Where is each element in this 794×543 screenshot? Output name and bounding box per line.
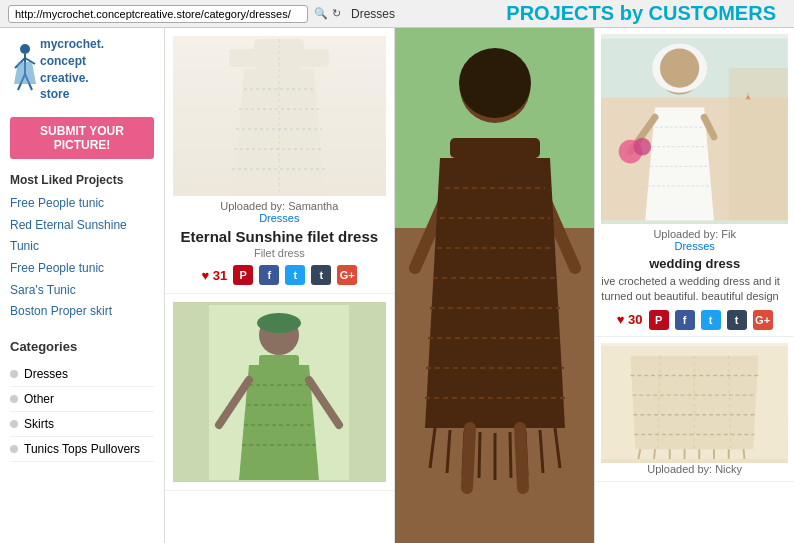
card-subtitle: Filet dress [173,247,386,259]
project-link[interactable]: Red Eternal Sunshine Tunic [10,218,127,254]
svg-line-55 [520,428,523,488]
refresh-icon[interactable]: ↻ [332,7,341,20]
project-link[interactable]: Sara's Tunic [10,283,76,297]
search-icon[interactable]: 🔍 [314,7,328,20]
right-category-link[interactable]: Dresses [601,240,788,252]
center-image-column [395,28,595,543]
page-label: Dresses [351,7,395,21]
corset-image [601,343,788,463]
list-item[interactable]: Sara's Tunic [10,280,154,302]
svg-point-70 [634,137,652,155]
svg-line-48 [479,432,480,478]
categories-section: Categories Dresses Other Skirts Tunics T… [10,339,154,462]
card-image-green-dress [173,302,386,482]
right-card-title: wedding dress [601,256,788,271]
svg-point-19 [257,313,301,333]
list-item[interactable]: Red Eternal Sunshine Tunic [10,215,154,258]
svg-marker-36 [425,158,565,428]
pinterest-icon[interactable]: P [233,265,253,285]
twitter-icon[interactable]: t [285,265,305,285]
project-link[interactable]: Free People tunic [10,196,104,210]
categories-heading: Categories [10,339,154,354]
url-input[interactable] [15,8,301,20]
wedding-dress-icon: 🗼 [601,37,788,222]
right-card-desc: ive crocheted a wedding dress and it tur… [601,274,788,305]
right-card-corset: Uploaded by: Nicky [595,337,794,482]
card-image-dress [173,36,386,196]
middle-column: Uploaded by: Samantha Dresses Eternal Su… [165,28,395,543]
tumblr-icon[interactable]: t [311,265,331,285]
nicky-uploader-text: Uploaded by: Nicky [601,463,788,475]
most-liked-list: Free People tunic Red Eternal Sunshine T… [10,193,154,323]
project-link[interactable]: Boston Proper skirt [10,304,112,318]
google-icon[interactable]: G+ [337,265,357,285]
uploader-text: Uploaded by: Samantha [173,200,386,212]
svg-text:🗼: 🗼 [744,89,754,99]
category-skirts[interactable]: Skirts [10,412,154,437]
svg-line-50 [510,432,511,478]
logo-text: mycrochet. concept creative. store [40,36,104,103]
list-item[interactable]: Free People tunic [10,258,154,280]
category-tunics[interactable]: Tunics Tops Pullovers [10,437,154,462]
category-dresses[interactable]: Dresses [10,362,154,387]
project-link[interactable]: Free People tunic [10,261,104,275]
social-bar: ♥ 31 P f t t G+ [173,265,386,285]
card-title: Eternal Sunshine filet dress [173,228,386,245]
page-title: PROJECTS by CUSTOMERS [506,2,786,25]
browser-top-bar: 🔍 ↻ Dresses PROJECTS by CUSTOMERS [0,0,794,28]
sidebar: mycrochet. concept creative. store SUBMI… [0,28,165,543]
svg-line-54 [467,428,470,488]
svg-rect-23 [259,355,299,385]
category-other[interactable]: Other [10,387,154,412]
svg-rect-9 [301,49,329,67]
right-twitter-icon[interactable]: t [701,310,721,330]
svg-line-79 [654,449,655,459]
right-like-count[interactable]: ♥ 30 [617,312,643,327]
svg-point-32 [459,48,531,118]
sidebar-logo: mycrochet. concept creative. store [10,36,154,103]
facebook-icon[interactable]: f [259,265,279,285]
category-link[interactable]: Dresses [173,212,386,224]
wedding-photo-image: 🗼 [601,34,788,224]
green-dress-icon [209,305,349,480]
right-tumblr-icon[interactable]: t [727,310,747,330]
list-item[interactable]: Free People tunic [10,193,154,215]
svg-point-61 [660,48,699,87]
most-liked-heading: Most Liked Projects [10,173,154,187]
corset-icon [601,345,788,460]
project-card-1: Uploaded by: Samantha Dresses Eternal Su… [165,28,394,294]
right-card-wedding: 🗼 Uploaded by: Fik Dresses wedding dress… [595,28,794,337]
svg-rect-35 [450,138,540,158]
svg-rect-8 [229,49,257,67]
svg-point-0 [20,44,30,54]
center-dress-icon [395,28,595,543]
address-bar[interactable] [8,5,308,23]
svg-line-85 [744,449,745,459]
svg-marker-62 [646,107,715,220]
submit-picture-button[interactable]: SUBMIT YOUR PICTURE! [10,117,154,159]
svg-rect-58 [729,68,788,220]
right-social-bar: ♥ 30 P f t t G+ [601,310,788,330]
right-google-icon[interactable]: G+ [753,310,773,330]
logo-figure-icon [10,42,40,97]
list-item[interactable]: Boston Proper skirt [10,301,154,323]
right-facebook-icon[interactable]: f [675,310,695,330]
right-column: 🗼 Uploaded by: Fik Dresses wedding dress… [594,28,794,543]
right-uploader-text: Uploaded by: Fik [601,228,788,240]
browser-icons: 🔍 ↻ [314,7,341,20]
project-card-2 [165,294,394,491]
content-area: Uploaded by: Samantha Dresses Eternal Su… [165,28,794,543]
like-count[interactable]: ♥ 31 [201,268,227,283]
right-pinterest-icon[interactable]: P [649,310,669,330]
dress-illustration-icon [224,39,334,194]
main-layout: mycrochet. concept creative. store SUBMI… [0,28,794,543]
